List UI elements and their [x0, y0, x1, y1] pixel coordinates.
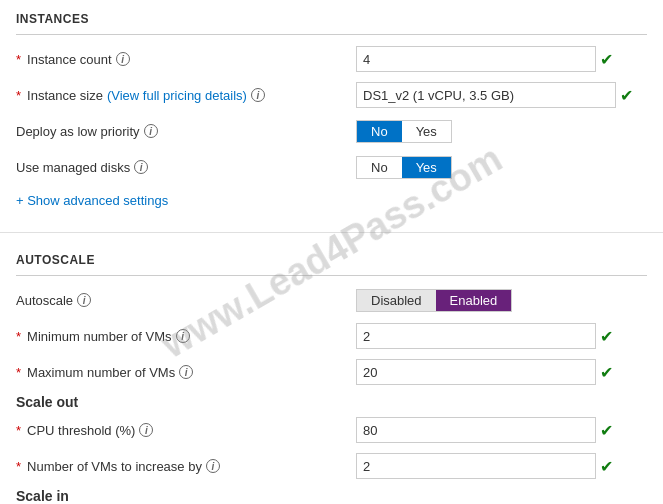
managed-disks-value: No Yes: [356, 156, 647, 179]
cpu-threshold-out-label: * CPU threshold (%) i: [16, 423, 356, 438]
deploy-no-button[interactable]: No: [357, 121, 402, 142]
instance-size-info-icon[interactable]: i: [251, 88, 265, 102]
section-divider: [0, 232, 663, 233]
vms-increase-label-text: Number of VMs to increase by: [27, 459, 202, 474]
instance-count-label: * Instance count i: [16, 52, 356, 67]
scale-in-subtitle: Scale in: [16, 488, 647, 504]
label-text-4: Use managed disks: [16, 160, 130, 175]
cpu-threshold-out-input[interactable]: [356, 417, 596, 443]
max-vms-row: * Maximum number of VMs i ✔: [16, 358, 647, 386]
deploy-yes-button[interactable]: Yes: [402, 121, 451, 142]
autoscale-toggle-group: Disabled Enabled: [356, 289, 512, 312]
required-star: *: [16, 52, 21, 67]
cpu-threshold-out-label-text: CPU threshold (%): [27, 423, 135, 438]
max-vms-value: ✔: [356, 359, 647, 385]
cpu-threshold-out-row: * CPU threshold (%) i ✔: [16, 416, 647, 444]
max-vms-label-text: Maximum number of VMs: [27, 365, 175, 380]
min-vms-info-icon[interactable]: i: [176, 329, 190, 343]
autoscale-label-text: Autoscale: [16, 293, 73, 308]
instance-count-input[interactable]: [356, 46, 596, 72]
min-vms-label: * Minimum number of VMs i: [16, 329, 356, 344]
managed-disks-info-icon[interactable]: i: [134, 160, 148, 174]
label-text-3: Deploy as low priority: [16, 124, 140, 139]
cpu-threshold-out-info-icon[interactable]: i: [139, 423, 153, 437]
pricing-link[interactable]: (View full pricing details): [107, 88, 247, 103]
min-vms-value: ✔: [356, 323, 647, 349]
required-star-increase: *: [16, 459, 21, 474]
instance-count-info-icon[interactable]: i: [116, 52, 130, 66]
min-vms-check-icon: ✔: [600, 327, 613, 346]
required-star-2: *: [16, 88, 21, 103]
max-vms-input-group: ✔: [356, 359, 647, 385]
managed-disks-label: Use managed disks i: [16, 160, 356, 175]
autoscale-label: Autoscale i: [16, 293, 356, 308]
vms-increase-info-icon[interactable]: i: [206, 459, 220, 473]
label-text-2: Instance size: [27, 88, 103, 103]
vms-increase-row: * Number of VMs to increase by i ✔: [16, 452, 647, 480]
autoscale-info-icon[interactable]: i: [77, 293, 91, 307]
autoscale-row: Autoscale i Disabled Enabled: [16, 286, 647, 314]
autoscale-title: AUTOSCALE: [16, 253, 647, 276]
min-vms-input-group: ✔: [356, 323, 647, 349]
autoscale-toggle-value: Disabled Enabled: [356, 289, 647, 312]
vms-increase-input[interactable]: [356, 453, 596, 479]
max-vms-label: * Maximum number of VMs i: [16, 365, 356, 380]
max-vms-info-icon[interactable]: i: [179, 365, 193, 379]
instances-title: INSTANCES: [16, 12, 647, 35]
managed-yes-button[interactable]: Yes: [402, 157, 451, 178]
required-star-max: *: [16, 365, 21, 380]
vms-increase-label: * Number of VMs to increase by i: [16, 459, 356, 474]
min-vms-label-text: Minimum number of VMs: [27, 329, 171, 344]
autoscale-disabled-button[interactable]: Disabled: [357, 290, 436, 311]
instance-size-input[interactable]: [356, 82, 616, 108]
cpu-threshold-out-value: ✔: [356, 417, 647, 443]
show-advanced-link[interactable]: + Show advanced settings: [16, 189, 168, 216]
instance-size-input-group: ✔: [356, 82, 647, 108]
cpu-threshold-out-input-group: ✔: [356, 417, 647, 443]
instances-section: INSTANCES * Instance count i ✔ * Instanc…: [0, 0, 663, 224]
instance-size-row: * Instance size (View full pricing detai…: [16, 81, 647, 109]
vms-increase-value: ✔: [356, 453, 647, 479]
min-vms-row: * Minimum number of VMs i ✔: [16, 322, 647, 350]
vms-increase-input-group: ✔: [356, 453, 647, 479]
deploy-low-priority-info-icon[interactable]: i: [144, 124, 158, 138]
max-vms-check-icon: ✔: [600, 363, 613, 382]
instance-size-label: * Instance size (View full pricing detai…: [16, 88, 356, 103]
deploy-low-priority-value: No Yes: [356, 120, 647, 143]
instance-count-row: * Instance count i ✔: [16, 45, 647, 73]
autoscale-enabled-button[interactable]: Enabled: [436, 290, 512, 311]
vms-increase-check-icon: ✔: [600, 457, 613, 476]
instance-count-value: ✔: [356, 46, 647, 72]
autoscale-section: AUTOSCALE Autoscale i Disabled Enabled *…: [0, 241, 663, 504]
required-star-min: *: [16, 329, 21, 344]
scale-out-subtitle: Scale out: [16, 394, 647, 410]
instance-count-check-icon: ✔: [600, 50, 613, 69]
required-star-cpu-out: *: [16, 423, 21, 438]
deploy-low-priority-label: Deploy as low priority i: [16, 124, 356, 139]
cpu-threshold-out-check-icon: ✔: [600, 421, 613, 440]
managed-disks-toggle-group: No Yes: [356, 156, 452, 179]
min-vms-input[interactable]: [356, 323, 596, 349]
max-vms-input[interactable]: [356, 359, 596, 385]
instance-count-input-group: ✔: [356, 46, 647, 72]
label-text: Instance count: [27, 52, 112, 67]
managed-no-button[interactable]: No: [357, 157, 402, 178]
deploy-toggle-group: No Yes: [356, 120, 452, 143]
instance-size-value: ✔: [356, 82, 647, 108]
instance-size-check-icon: ✔: [620, 86, 633, 105]
deploy-low-priority-row: Deploy as low priority i No Yes: [16, 117, 647, 145]
managed-disks-row: Use managed disks i No Yes: [16, 153, 647, 181]
